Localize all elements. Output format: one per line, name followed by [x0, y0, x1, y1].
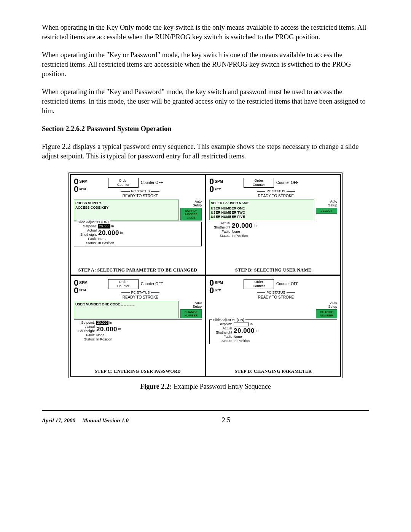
- setpoint-key: Setpoint:: [211, 322, 232, 326]
- figure-caption: Figure 2.2: Example Password Entry Seque…: [42, 382, 369, 391]
- section-heading: Section 2.2.6.2 Password System Operatio…: [42, 124, 369, 134]
- paragraph-key-and-password: When operating in the "Key and Password"…: [42, 87, 369, 116]
- paragraph-key-or-password: When operating in the "Key or Password" …: [42, 50, 369, 79]
- footer-date: April 17, 2000: [42, 417, 75, 424]
- status-value: In Position: [98, 241, 114, 245]
- spm-label-1: SPM: [215, 280, 223, 286]
- status-value: In Position: [234, 339, 250, 343]
- shutheight-value: 20.000: [98, 231, 119, 235]
- setpoint-input[interactable]: [234, 323, 249, 326]
- setup-label: Setup: [180, 305, 202, 308]
- step-d-caption: STEP D: CHANGING PARAMETER: [208, 368, 339, 374]
- user-option-2[interactable]: USER NUMBER TWO: [211, 211, 313, 215]
- slide-adjust-group: Slide Adjust #1 (ON) Setpoint: In Actual…: [209, 320, 337, 344]
- paragraph-key-only: When operating in the Key Only mode the …: [42, 23, 369, 42]
- counter-label: Counter: [109, 183, 137, 187]
- pc-status-label: PC STATUS: [108, 290, 173, 295]
- fault-value: None: [98, 237, 107, 241]
- slide-adjust-legend: Slide Adjust #1 (ON): [76, 220, 110, 224]
- btn-l1: SUPPLY: [181, 209, 201, 212]
- counter-off-label: Counter OFF: [141, 180, 163, 185]
- auto-label: Auto: [316, 200, 337, 203]
- shutheight-value: 20.000: [96, 327, 117, 331]
- order-counter-box: Order Counter: [108, 178, 139, 188]
- pc-status-label: PC STATUS: [108, 189, 173, 193]
- pc-status-label: PC STATUS: [244, 189, 308, 193]
- pc-status-label: PC STATUS: [244, 290, 308, 295]
- shutheight-unit: In: [119, 231, 123, 235]
- user-option-1[interactable]: USER NUMBER ONE: [211, 206, 313, 211]
- step-b-cell: 0SPM 0SPM Order Counter Counter OFF P: [206, 174, 341, 275]
- user-option-3[interactable]: USER NUMBER FIVE: [211, 215, 313, 219]
- figure-caption-text: Example Password Entry Sequence: [172, 383, 271, 390]
- setup-label: Setup: [316, 305, 337, 308]
- spm-value-2: 0: [209, 185, 214, 193]
- change-number-button[interactable]: CHANGE NUMBER: [316, 309, 337, 318]
- auto-label: Auto: [180, 301, 202, 305]
- status-value: In Position: [96, 337, 112, 342]
- step-c-panel: 0SPM 0SPM Order Counter Counter OFF P: [72, 278, 203, 358]
- prompt-select-user: SELECT A USER NAME: [211, 201, 313, 205]
- setpoint-value: 20.000: [96, 321, 108, 325]
- spm-value-2: 0: [209, 287, 214, 294]
- shutheight-unit: In: [253, 224, 256, 228]
- shutheight-value: 20.000: [232, 224, 253, 228]
- supply-access-code-button[interactable]: SUPPLY ACCESS CODE: [180, 208, 202, 220]
- setpoint-key: Setpoint:: [74, 321, 95, 325]
- actual-shutheight-key: ActualShutheight: [209, 221, 230, 230]
- actual-shutheight-key: ActualShutheight: [74, 325, 95, 333]
- step-a-cell: 0SPM 0SPM Order Counter Counter OFF P: [70, 174, 206, 275]
- ready-label: READY TO STROKE: [244, 193, 308, 199]
- step-c-cell: 0SPM 0SPM Order Counter Counter OFF P: [70, 275, 206, 377]
- slide-adjust-legend: Slide Adjust #1 (ON): [212, 318, 245, 322]
- fault-key: Fault:: [211, 335, 232, 339]
- prompt-box: USER NUMBER ONE CODE _ _ _ _ _: [74, 301, 179, 318]
- step-a-panel: 0SPM 0SPM Order Counter Counter OFF P: [72, 176, 203, 256]
- prompt-user-code: USER NUMBER ONE CODE _ _ _ _ _: [75, 302, 177, 307]
- ready-label: READY TO STROKE: [108, 193, 173, 199]
- counter-off-label: Counter OFF: [276, 281, 298, 287]
- select-button[interactable]: SELECT: [316, 208, 337, 214]
- status-key: Status:: [209, 234, 230, 238]
- footer: April 17, 2000 Manual Version 1.0 2.5: [42, 411, 369, 425]
- spm-label-2: SPM: [79, 288, 86, 292]
- footer-manual-version: Manual Version 1.0: [82, 417, 129, 424]
- btn-l3: CODE: [181, 216, 201, 219]
- fault-value: None: [96, 333, 105, 337]
- btn-l2: ACCESS: [181, 212, 201, 216]
- step-c-caption: STEP C: ENTERING USER PASSWORD: [72, 368, 203, 374]
- spm-value-2: 0: [74, 287, 78, 294]
- prompt-line-2: ACCESS CODE KEY: [75, 205, 177, 210]
- figure-2-2: 0SPM 0SPM Order Counter Counter OFF P: [68, 173, 342, 378]
- fault-key: Fault:: [209, 230, 230, 234]
- status-value: In Position: [232, 234, 248, 238]
- spm-label-1: SPM: [79, 179, 88, 184]
- setup-label: Setup: [316, 203, 337, 207]
- order-counter-box: Order Counter: [244, 178, 274, 188]
- order-counter-box: Order Counter: [108, 279, 139, 289]
- counter-off-label: Counter OFF: [141, 281, 163, 287]
- order-label: Order: [109, 179, 137, 183]
- fault-key: Fault:: [74, 333, 95, 337]
- spm-value-2: 0: [74, 185, 78, 193]
- change-number-button[interactable]: CHANGE NUMBER: [180, 309, 202, 318]
- status-key: Status:: [74, 337, 95, 342]
- footer-page-number: 2.5: [222, 415, 231, 425]
- setup-label: Setup: [180, 203, 202, 207]
- auto-label: Auto: [180, 200, 202, 203]
- spm-label-2: SPM: [215, 288, 221, 292]
- setpoint-unit: In: [110, 224, 114, 228]
- step-d-panel: 0SPM 0SPM Order Counter Counter OFF P: [208, 278, 339, 358]
- prompt-box: SELECT A USER NAME USER NUMBER ONE USER …: [209, 200, 314, 220]
- step-a-caption: STEP A: SELECTING PARAMETER TO BE CHANGE…: [72, 267, 203, 273]
- spm-label-1: SPM: [215, 179, 223, 184]
- prompt-box: PRESS SUPPLY ACCESS CODE KEY: [74, 200, 179, 220]
- auto-label: Auto: [316, 301, 337, 305]
- counter-off-label: Counter OFF: [276, 180, 298, 185]
- shutheight-value: 20.000: [234, 329, 255, 333]
- setpoint-key: Setpoint:: [76, 224, 97, 228]
- actual-shutheight-key: ActualShutheight: [76, 228, 97, 237]
- status-key: Status:: [211, 339, 232, 343]
- step-b-panel: 0SPM 0SPM Order Counter Counter OFF P: [208, 176, 339, 256]
- prompt-line-1: PRESS SUPPLY: [75, 201, 177, 205]
